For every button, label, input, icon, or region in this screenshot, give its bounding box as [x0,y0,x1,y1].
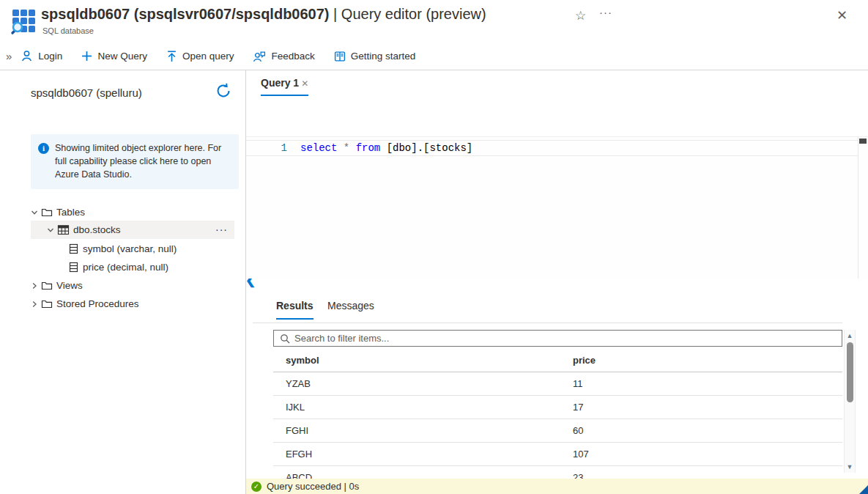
close-icon[interactable]: ✕ [837,7,847,23]
sql-database-icon [10,8,37,34]
table-name-label: dbo.stocks [73,224,121,235]
cell-symbol: FGHI [273,425,573,436]
cell-price: 107 [573,449,842,460]
resource-name: spsqldb0607 (spsqlsvr0607/spsqldb0607) [41,6,330,22]
results-table-header[interactable]: symbol price [273,349,842,372]
info-icon: i [38,143,49,154]
query-editor-panel: ❮ Query 1✕ Run Can [246,70,868,494]
object-explorer-sidebar: spsqldb0607 (spelluru) i Showing limited… [0,70,246,494]
page-title: spsqldb0607 (spsqlsvr0607/spsqldb0607) |… [41,6,486,23]
table-row[interactable]: IJKL 17 [273,396,842,419]
tables-label: Tables [56,207,85,218]
login-label: Login [38,51,62,62]
chevron-down-icon[interactable] [31,209,38,216]
upload-icon [166,51,177,62]
cell-price: 23 [573,472,842,479]
chevron-right-icon[interactable] [31,301,38,308]
sql-table-reference: [dbo].[stocks] [387,142,473,154]
cell-symbol: YZAB [273,378,573,389]
chevron-down-icon[interactable] [47,226,54,234]
feedback-icon [253,51,266,62]
column-icon [68,243,79,254]
query-tab-label: Query 1 [261,77,299,89]
table-icon [57,224,70,235]
cell-symbol: EFGH [273,449,573,460]
sql-keyword-select: select [300,142,337,154]
new-query-button[interactable]: New Query [81,51,147,62]
limited-explorer-infobox[interactable]: i Showing limited object explorer here. … [31,134,239,189]
header-price[interactable]: price [573,355,842,366]
expand-portal-menu-icon[interactable]: » [0,50,21,62]
cell-price: 60 [573,425,842,436]
column-price-label: price (decimal, null) [83,262,168,273]
header-symbol[interactable]: symbol [273,355,573,366]
tree-node-stored-procedures[interactable]: Stored Procedures [31,295,139,313]
getting-started-label: Getting started [351,51,416,62]
close-tab-icon[interactable]: ✕ [301,78,308,89]
infobox-message: Showing limited object explorer here. Fo… [55,142,230,181]
table-more-options-icon[interactable]: ··· [215,221,228,239]
views-label: Views [56,280,83,291]
tree-node-dbo-stocks[interactable]: dbo.stocks [31,221,234,239]
query-editor-app: spsqldb0607 (spsqlsvr0607/spsqldb0607) |… [0,0,868,494]
tab-results[interactable]: Results [276,300,314,320]
login-button[interactable]: Login [21,50,62,62]
column-icon [68,262,79,273]
tab-query-1[interactable]: Query 1✕ [261,76,308,96]
tree-node-column-symbol[interactable]: symbol (varchar, null) [68,240,177,258]
chevron-right-icon[interactable] [31,282,38,290]
database-name-label: spsqldb0607 (spelluru) [31,86,142,99]
sql-operator-star: * [344,142,349,154]
results-scrollbar[interactable]: ▲ ▼ [844,330,856,473]
results-tab-bar: Results Messages [253,296,842,323]
refresh-icon[interactable] [215,82,232,100]
query-status-bar: ✓ Query succeeded | 0s [246,479,868,494]
tab-messages[interactable]: Messages [327,300,374,318]
cell-price: 11 [573,378,842,389]
results-filter-box[interactable] [273,330,842,347]
feedback-button[interactable]: Feedback [253,51,314,62]
blade-name: | Query editor (preview) [330,6,486,22]
search-input[interactable] [294,333,836,344]
tree-node-views[interactable]: Views [31,276,83,295]
cell-price: 17 [573,402,842,413]
tree-node-tables[interactable]: Tables [31,203,85,221]
folder-icon [41,207,53,218]
query-tab-bar: Query 1✕ [246,70,868,98]
stored-procedures-label: Stored Procedures [56,298,139,309]
resize-grip[interactable] [859,485,868,494]
favorite-star-icon[interactable]: ☆ [575,8,586,23]
scroll-up-icon[interactable]: ▲ [845,332,855,339]
more-options-icon[interactable]: ··· [599,6,612,18]
getting-started-button[interactable]: Getting started [334,51,416,62]
table-row[interactable]: ABCD 23 [273,466,842,479]
sql-code-editor[interactable]: 1 select * from [dbo].[stocks] [246,136,868,279]
page-header: spsqldb0607 (spsqlsvr0607/spsqldb0607) |… [0,0,868,43]
results-table: symbol price YZAB 11 IJKL 17 FGHI 60 EFG… [273,349,842,479]
table-row[interactable]: EFGH 107 [273,443,842,466]
open-query-label: Open query [182,51,234,62]
folder-icon [41,298,53,309]
success-check-icon: ✓ [251,482,261,492]
query-status-text: Query succeeded | 0s [267,481,359,492]
results-scrollbar-thumb[interactable] [847,342,853,402]
resource-type-label: SQL database [42,26,94,35]
cell-symbol: IJKL [273,402,573,413]
open-query-button[interactable]: Open query [166,51,234,62]
sql-keyword-from: from [356,142,381,154]
table-row[interactable]: FGHI 60 [273,419,842,443]
tree-node-column-price[interactable]: price (decimal, null) [68,258,168,276]
table-row[interactable]: YZAB 11 [273,372,842,396]
feedback-label: Feedback [271,51,314,62]
search-icon [280,333,290,344]
code-line-1[interactable]: 1 select * from [dbo].[stocks] [246,140,858,156]
plus-icon [81,51,92,62]
folder-icon [41,280,53,291]
command-bar: » Login New Query Open query Feedback [0,43,868,70]
line-number: 1 [246,142,287,154]
person-icon [21,50,33,62]
editor-scrollbar-thumb[interactable] [859,139,867,144]
scroll-down-icon[interactable]: ▼ [845,463,855,471]
cell-symbol: ABCD [273,472,573,479]
editor-scrollbar[interactable] [858,137,868,279]
